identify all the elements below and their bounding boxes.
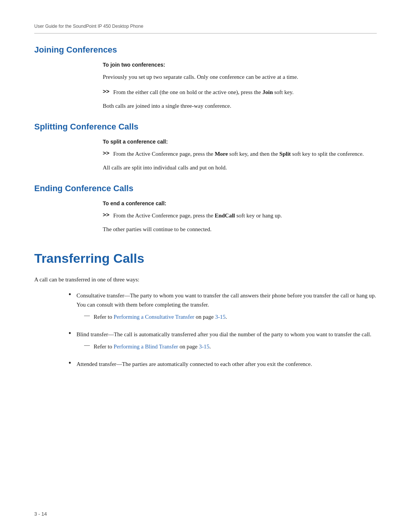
split-bold-split: Split [279,151,291,157]
bullet-dot-3: • [68,359,71,367]
transferring-intro: A call can be transferred in one of thre… [34,275,377,284]
bullet-attended: • Attended transfer—The parties are auto… [68,359,377,369]
end-arrow-text: From the Active Conference page, press t… [113,211,282,220]
bullet-consultative-text: Consultative transfer—The party to whom … [76,292,376,308]
split-plain-text: All calls are split into individual call… [103,163,377,172]
ending-heading: Ending Conference Calls [34,184,377,193]
bullet-consultative: • Consultative transfer—The party to who… [68,291,377,324]
page-number: 3 - 14 [34,511,47,517]
page-container: User Guide for the SoundPoint IP 450 Des… [0,0,411,404]
join-bold: Join [263,89,273,95]
dash-symbol-2: — [84,342,90,348]
joining-conferences-section: Joining Conferences To join two conferen… [34,45,377,110]
end-bold-endcall: EndCall [215,212,235,219]
joining-conferences-heading: Joining Conferences [34,45,377,55]
split-plain: All calls are split into individual call… [103,163,377,172]
join-arrow-item: >> From the either call (the one on hold… [103,88,377,97]
link-blind-transfer[interactable]: Performing a Blind Transfer [114,343,178,350]
bullet-attended-content: Attended transfer—The parties are automa… [76,359,312,369]
end-arrow-symbol: >> [103,211,110,218]
split-arrow-item: >> From the Active Conference page, pres… [103,149,377,158]
join-two-label: To join two conferences: [103,62,377,68]
dash-symbol-1: — [84,312,90,319]
bullet-blind: • Blind transfer—The call is automatical… [68,330,377,354]
end-plain-text: The other parties will continue to be co… [103,225,377,234]
link-page-consultative[interactable]: 3-15 [215,314,226,320]
end-plain: The other parties will continue to be co… [103,225,377,234]
bullet-blind-content: Blind transfer—The call is automatically… [76,330,371,354]
split-arrow-symbol: >> [103,150,110,156]
splitting-section: Splitting Conference Calls To split a co… [34,122,377,172]
bullet-dot-2: • [68,329,71,338]
join-arrow-text: From the either call (the one on hold or… [113,88,294,97]
link-consultative-transfer[interactable]: Performing a Consultative Transfer [114,314,194,320]
dash-consultative: — Refer to Performing a Consultative Tra… [84,312,377,321]
link-page-blind[interactable]: 3-15 [199,343,210,350]
join-plain: Both calls are joined into a single thre… [103,101,377,110]
header-text: User Guide for the SoundPoint IP 450 Des… [34,24,143,29]
dash-blind: — Refer to Performing a Blind Transfer o… [84,342,371,351]
header-bar: User Guide for the SoundPoint IP 450 Des… [34,23,377,34]
bullet-consultative-content: Consultative transfer—The party to whom … [76,291,377,324]
split-bold-more: More [215,151,228,157]
join-intro: Previously you set up two separate calls… [103,72,377,81]
end-arrow-item: >> From the Active Conference page, pres… [103,211,377,220]
transferring-calls-heading: Transferring Calls [34,251,377,266]
transferring-intro-block: A call can be transferred in one of thre… [34,275,377,284]
bullet-dot-1: • [68,290,71,299]
dash-consultative-text: Refer to Performing a Consultative Trans… [94,312,227,321]
bullet-blind-text: Blind transfer—The call is automatically… [76,331,371,337]
join-intro-text: Previously you set up two separate calls… [103,72,377,81]
dash-blind-text: Refer to Performing a Blind Transfer on … [94,342,211,351]
ending-section: Ending Conference Calls To end a confere… [34,184,377,234]
join-plain-text: Both calls are joined into a single thre… [103,101,377,110]
end-label: To end a conference call: [103,200,377,206]
splitting-heading: Splitting Conference Calls [34,122,377,132]
arrow-symbol: >> [103,88,110,94]
bullet-attended-text: Attended transfer—The parties are automa… [76,361,312,367]
split-label: To split a conference call: [103,139,377,145]
split-arrow-text: From the Active Conference page, press t… [113,149,364,158]
